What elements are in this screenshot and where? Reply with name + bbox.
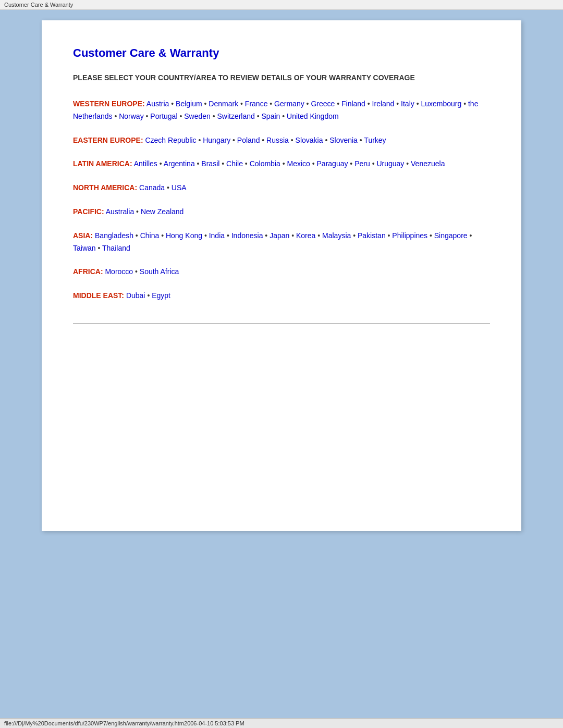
country-link-dubai[interactable]: Dubai <box>126 291 145 300</box>
country-link-slovenia[interactable]: Slovenia <box>329 136 358 144</box>
region-north-america: NORTH AMERICA: Canada • USA <box>73 182 490 194</box>
bullet: • <box>97 244 100 252</box>
country-link-pakistan[interactable]: Pakistan <box>358 231 386 240</box>
bullet: • <box>136 207 139 216</box>
country-link-italy[interactable]: Italy <box>401 100 414 108</box>
country-link-austria[interactable]: Austria <box>146 100 169 108</box>
region-middle-east: MIDDLE EAST: Dubai • Egypt <box>73 290 490 302</box>
country-link-malaysia[interactable]: Malaysia <box>322 231 351 240</box>
bullet: • <box>307 100 309 108</box>
country-link-china[interactable]: China <box>140 231 160 240</box>
bullet: • <box>325 136 327 144</box>
country-link-australia[interactable]: Australia <box>106 207 134 216</box>
country-link-philippines[interactable]: Philippines <box>392 231 427 240</box>
bullet: • <box>291 136 293 144</box>
country-link-slovakia[interactable]: Slovakia <box>296 136 323 144</box>
country-link-ireland[interactable]: Ireland <box>372 100 395 108</box>
status-bar: file:///D|/My%20Documents/dfu/230WP7/eng… <box>0 718 563 728</box>
bullet: • <box>204 100 207 108</box>
country-link-hungary[interactable]: Hungary <box>203 136 230 144</box>
region-asia: ASIA: Bangladesh • China • Hong Kong • I… <box>73 230 490 255</box>
country-link-germany[interactable]: Germany <box>274 100 304 108</box>
country-link-hong-kong[interactable]: Hong Kong <box>166 231 202 240</box>
title-bar: Customer Care & Warranty <box>0 0 563 10</box>
country-link-france[interactable]: France <box>245 100 268 108</box>
bullet: • <box>197 159 200 168</box>
bullet: • <box>245 159 248 168</box>
country-link-venezuela[interactable]: Venezuela <box>411 159 445 168</box>
region-label-middle-east: MIDDLE EAST: <box>73 291 124 300</box>
bullet: • <box>136 231 138 240</box>
country-link-india[interactable]: India <box>209 231 225 240</box>
country-link-usa[interactable]: USA <box>172 183 187 192</box>
country-link-singapore[interactable]: Singapore <box>434 231 468 240</box>
country-link-argentina[interactable]: Argentina <box>164 159 195 168</box>
country-link-luxembourg[interactable]: Luxembourg <box>421 100 461 108</box>
bullet: • <box>227 231 229 240</box>
country-link-korea[interactable]: Korea <box>296 231 315 240</box>
country-link-uruguay[interactable]: Uruguay <box>376 159 404 168</box>
country-link-new-zealand[interactable]: New Zealand <box>141 207 184 216</box>
bullet: • <box>463 100 466 108</box>
country-link-canada[interactable]: Canada <box>139 183 165 192</box>
bullet: • <box>270 100 272 108</box>
bullet: • <box>198 136 201 144</box>
country-link-czech-republic[interactable]: Czech Republic <box>145 136 196 144</box>
country-link-antilles[interactable]: Antilles <box>134 159 157 168</box>
country-link-paraguay[interactable]: Paraguay <box>317 159 348 168</box>
country-link-greece[interactable]: Greece <box>311 100 335 108</box>
country-link-bangladesh[interactable]: Bangladesh <box>95 231 133 240</box>
country-link-russia[interactable]: Russia <box>266 136 289 144</box>
bullet: • <box>167 183 169 192</box>
bullet: • <box>368 100 370 108</box>
bullet: • <box>240 100 243 108</box>
country-link-denmark[interactable]: Denmark <box>209 100 238 108</box>
bullet: • <box>283 159 285 168</box>
country-link-turkey[interactable]: Turkey <box>364 136 386 144</box>
country-link-finland[interactable]: Finland <box>341 100 365 108</box>
region-label-pacific: PACIFIC: <box>73 207 104 216</box>
bullet: • <box>161 231 164 240</box>
bullet: • <box>160 159 162 168</box>
bullet: • <box>179 112 182 120</box>
region-label-eastern-europe: EASTERN EUROPE: <box>73 136 143 144</box>
status-bar-text: file:///D|/My%20Documents/dfu/230WP7/eng… <box>4 720 244 726</box>
bullet: • <box>262 136 264 144</box>
bullet: • <box>135 267 138 276</box>
country-link-switzerland[interactable]: Switzerland <box>217 112 254 120</box>
bullet: • <box>350 159 352 168</box>
country-link-spain[interactable]: Spain <box>262 112 280 120</box>
bullet: • <box>171 100 174 108</box>
country-link-taiwan[interactable]: Taiwan <box>73 244 96 252</box>
country-link-thailand[interactable]: Thailand <box>102 244 130 252</box>
bullet: • <box>469 231 472 240</box>
bullet: • <box>337 100 339 108</box>
bullet: • <box>312 159 315 168</box>
country-link-mexico[interactable]: Mexico <box>287 159 310 168</box>
bullet: • <box>372 159 375 168</box>
country-link-portugal[interactable]: Portugal <box>150 112 177 120</box>
bullet: • <box>265 231 267 240</box>
page-title: Customer Care & Warranty <box>73 46 490 60</box>
country-link-morocco[interactable]: Morocco <box>105 267 133 276</box>
region-label-western-europe: WESTERN EUROPE: <box>73 100 145 108</box>
country-link-sweden[interactable]: Sweden <box>184 112 211 120</box>
regions-container: WESTERN EUROPE: Austria • Belgium • Denm… <box>73 98 490 302</box>
country-link-japan[interactable]: Japan <box>270 231 289 240</box>
country-link-chile[interactable]: Chile <box>226 159 243 168</box>
browser-body: Customer Care & Warranty PLEASE SELECT Y… <box>0 10 563 718</box>
country-link-colombia[interactable]: Colombia <box>250 159 280 168</box>
bullet: • <box>282 112 285 120</box>
country-link-belgium[interactable]: Belgium <box>176 100 202 108</box>
country-link-south-africa[interactable]: South Africa <box>140 267 179 276</box>
region-eastern-europe: EASTERN EUROPE: Czech Republic • Hungary… <box>73 134 490 147</box>
page-container: Customer Care & Warranty PLEASE SELECT Y… <box>42 20 521 531</box>
country-link-peru[interactable]: Peru <box>354 159 370 168</box>
country-link-brasil[interactable]: Brasil <box>201 159 219 168</box>
country-link-indonesia[interactable]: Indonesia <box>231 231 263 240</box>
country-link-egypt[interactable]: Egypt <box>152 291 170 300</box>
country-link-norway[interactable]: Norway <box>119 112 143 120</box>
country-link-united-kingdom[interactable]: United Kingdom <box>287 112 339 120</box>
country-link-poland[interactable]: Poland <box>237 136 260 144</box>
region-label-asia: ASIA: <box>73 231 93 240</box>
